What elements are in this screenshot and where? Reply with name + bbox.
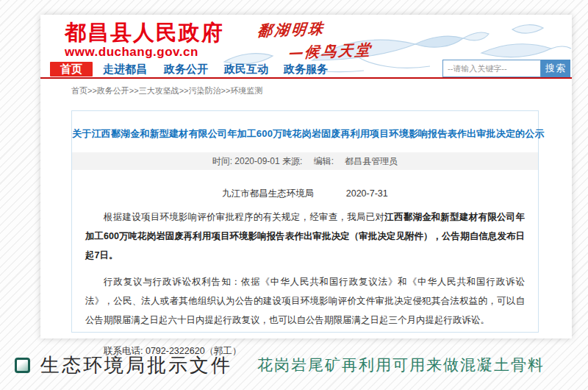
site-logo[interactable]: 都昌县人民政府 www.duchang.gov.cn — [65, 21, 224, 60]
main-nav: 首页 走进都昌 政务公开 政民互动 政务服务 搜索 — [40, 62, 572, 77]
nav-item-home[interactable]: 首页 — [50, 62, 93, 77]
site-title: 都昌县人民政府 — [65, 21, 224, 45]
search-button[interactable]: 搜索 — [541, 60, 570, 77]
document-bullet-icon — [15, 358, 30, 373]
article-paragraph-2: 行政复议与行政诉讼权利告知：依据《中华人民共和国行政复议法》和《中华人民共和国行… — [85, 272, 525, 330]
issue-date: 2020-7-31 — [346, 188, 388, 199]
nav-item-gov-affairs[interactable]: 政务公开 — [164, 62, 208, 77]
browser-page: 都昌县人民政府 www.duchang.gov.cn 鄱湖明珠 —候鸟天堂 首页… — [40, 15, 572, 338]
nav-item-about-duchang[interactable]: 走进都昌 — [103, 62, 147, 77]
article-container: 关于江西鄱湖金和新型建材有限公司年加工600万吨花岗岩固废再利用项目环境影响报告… — [71, 110, 539, 333]
caption-bar: 生态环境局批示文件 花岗岩尾矿再利用可用来做混凝土骨料 — [15, 349, 581, 381]
article-paragraph-1: 根据建设项目环境影响评价审批程序的有关规定，经审查，我局已对江西鄱湖金和新型建材… — [85, 208, 525, 265]
caption-subtitle: 花岗岩尾矿再利用可用来做混凝土骨料 — [257, 355, 545, 375]
site-url: www.duchang.gov.cn — [65, 45, 224, 60]
site-slogan: 鄱湖明珠 —候鸟天堂 — [257, 17, 373, 63]
slogan-line-2: —候鸟天堂 — [287, 40, 373, 63]
search-input[interactable] — [442, 60, 541, 77]
search-bar: 搜索 — [442, 60, 570, 77]
paragraph-1-normal: 根据建设项目环境影响评价审批程序的有关规定，经审查，我局已对 — [104, 212, 384, 222]
issuing-agency: 九江市都昌生态环境局 — [222, 188, 314, 199]
article-title: 关于江西鄱湖金和新型建材有限公司年加工600万吨花岗岩固废再利用项目环境影响报告… — [72, 127, 538, 141]
nav-item-interaction[interactable]: 政民互动 — [224, 62, 268, 77]
nav-divider-line — [40, 77, 572, 79]
slogan-line-1: 鄱湖明珠 — [257, 17, 373, 41]
issuer-line: 九江市都昌生态环境局 2020-7-31 — [72, 188, 538, 200]
breadcrumb[interactable]: 首页>>政务公开>>三大攻坚战>>污染防治>>环境监测 — [71, 85, 262, 96]
caption-title: 生态环境局批示文件 — [40, 352, 232, 378]
article-meta: 时间: 2020-09-01 来源: 编辑: 都昌县管理员 — [72, 152, 538, 170]
nav-item-gov-services[interactable]: 政务服务 — [284, 62, 328, 77]
page-background: 都昌县人民政府 www.duchang.gov.cn 鄱湖明珠 —候鸟天堂 首页… — [0, 0, 588, 390]
